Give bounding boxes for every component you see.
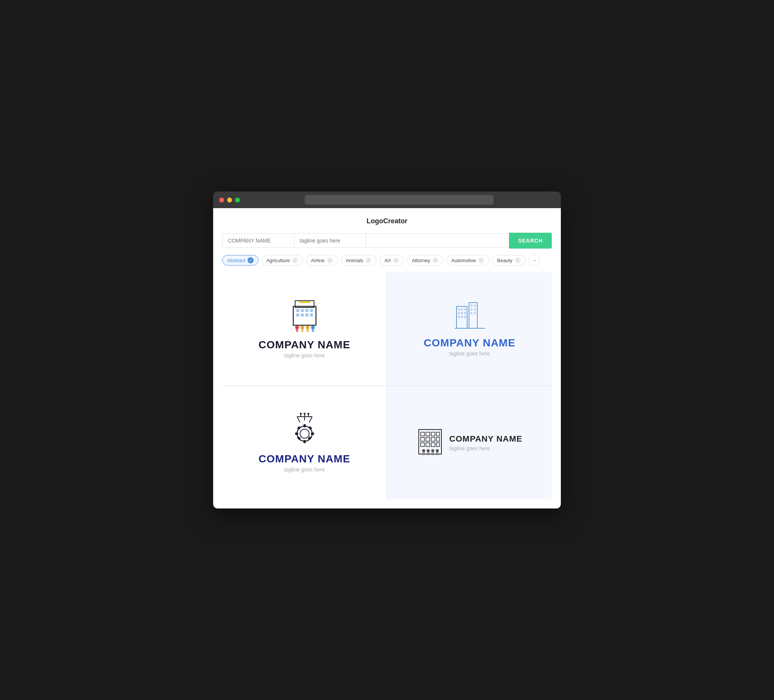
svg-rect-29 <box>464 316 466 318</box>
logo-icon-4 <box>417 428 443 458</box>
filter-agriculture[interactable]: Agriculture ✓ <box>261 255 303 266</box>
svg-rect-60 <box>431 432 435 436</box>
logo-card-2[interactable]: COMPANY NAME tagline goes here <box>387 272 552 385</box>
svg-point-38 <box>300 429 309 438</box>
filter-label-beauty: Beauty <box>497 258 512 263</box>
svg-rect-16 <box>301 329 303 332</box>
svg-point-13 <box>306 326 309 329</box>
close-button[interactable] <box>219 198 224 203</box>
svg-rect-4 <box>305 309 308 312</box>
filter-label-automotive: Automotive <box>451 258 476 263</box>
logo-icon-3 <box>288 413 322 447</box>
maximize-button[interactable] <box>235 198 240 203</box>
logo-card-4[interactable]: COMPANY NAME tagline goes here <box>387 386 552 499</box>
filter-check-animals: ✓ <box>366 257 372 263</box>
svg-rect-46 <box>308 426 312 430</box>
svg-rect-39 <box>303 424 306 427</box>
svg-rect-21 <box>458 308 460 310</box>
filter-label-agriculture: Agriculture <box>266 258 290 263</box>
svg-rect-10 <box>299 302 310 303</box>
logo-4-company-name: COMPANY NAME <box>449 434 522 444</box>
svg-rect-59 <box>426 432 430 436</box>
svg-rect-3 <box>301 309 304 312</box>
svg-rect-5 <box>310 309 313 312</box>
filter-airline[interactable]: Airline ✓ <box>306 255 338 266</box>
logo-card-3[interactable]: COMPANY NAME tagline goes here <box>222 386 387 499</box>
logo-1-company-name: COMPANY NAME <box>258 339 351 351</box>
extra-input[interactable] <box>366 233 509 248</box>
minimize-button[interactable] <box>227 198 232 203</box>
svg-rect-28 <box>461 316 463 318</box>
svg-point-55 <box>303 413 305 415</box>
filter-label-attorney: Attorney <box>412 258 430 263</box>
search-button[interactable]: SEARCH <box>509 233 552 249</box>
svg-rect-68 <box>431 443 435 447</box>
logo-1-tagline: tagline goes here <box>284 352 325 358</box>
svg-rect-42 <box>311 433 314 435</box>
svg-rect-31 <box>474 304 476 307</box>
url-bar[interactable] <box>304 195 494 205</box>
logo-3-tagline: tagline goes here <box>284 467 325 472</box>
tagline-input[interactable] <box>294 233 366 248</box>
svg-rect-20 <box>469 302 477 328</box>
svg-line-49 <box>309 417 312 423</box>
logo-2-company-name: COMPANY NAME <box>423 337 516 349</box>
svg-rect-69 <box>437 443 440 447</box>
svg-point-14 <box>311 326 315 329</box>
svg-rect-64 <box>431 438 435 441</box>
svg-rect-15 <box>296 329 298 332</box>
svg-rect-26 <box>464 312 466 314</box>
filter-label-airline: Airline <box>311 258 325 263</box>
svg-point-56 <box>307 413 309 415</box>
filter-check-airline: ✓ <box>327 257 333 263</box>
filter-automotive[interactable]: Automotive ✓ <box>447 255 489 266</box>
filter-check-beauty: ✓ <box>515 257 521 263</box>
svg-rect-32 <box>471 308 472 310</box>
svg-rect-6 <box>296 314 299 317</box>
filter-next-button[interactable]: → <box>529 254 540 266</box>
logo-4-text-group: COMPANY NAME tagline goes here <box>449 434 522 451</box>
svg-rect-61 <box>437 432 440 436</box>
filter-abstract[interactable]: Abstract ✓ <box>222 255 258 266</box>
svg-rect-9 <box>310 314 313 317</box>
svg-rect-77 <box>436 452 439 455</box>
svg-rect-22 <box>461 308 463 310</box>
logo-grid: COMPANY NAME tagline goes here <box>222 272 552 499</box>
svg-rect-66 <box>421 443 424 447</box>
filter-check-abstract: ✓ <box>248 257 254 263</box>
filter-check-automotive: ✓ <box>478 257 484 263</box>
svg-rect-76 <box>431 452 434 455</box>
logo-card-1[interactable]: COMPANY NAME tagline goes here <box>222 272 387 385</box>
titlebar <box>213 192 561 208</box>
svg-rect-40 <box>303 440 306 443</box>
svg-point-73 <box>436 449 439 452</box>
svg-rect-34 <box>471 312 472 314</box>
svg-rect-18 <box>312 329 314 332</box>
svg-rect-27 <box>458 316 460 318</box>
svg-rect-17 <box>306 329 309 332</box>
svg-point-54 <box>300 413 302 415</box>
filter-label-animals: Animals <box>346 258 363 263</box>
svg-rect-33 <box>474 308 476 310</box>
svg-rect-8 <box>305 314 308 317</box>
filter-check-art: ✓ <box>393 257 399 263</box>
svg-rect-65 <box>437 438 440 441</box>
filter-animals[interactable]: Animals ✓ <box>341 255 376 266</box>
svg-rect-74 <box>422 452 425 455</box>
svg-rect-58 <box>421 432 424 436</box>
company-name-input[interactable] <box>222 233 294 248</box>
app-content: LogoCreator SEARCH Abstract ✓Agriculture… <box>213 208 561 508</box>
filter-check-agriculture: ✓ <box>292 257 298 263</box>
svg-point-71 <box>427 449 430 452</box>
filter-attorney[interactable]: Attorney ✓ <box>407 255 443 266</box>
svg-rect-35 <box>474 312 476 314</box>
logo-icon-2 <box>455 301 485 331</box>
filter-art[interactable]: Art ✓ <box>379 255 404 266</box>
filter-label-abstract: Abstract <box>227 258 245 263</box>
app-title: LogoCreator <box>222 217 552 225</box>
filter-beauty[interactable]: Beauty ✓ <box>492 255 525 266</box>
svg-rect-7 <box>301 314 304 317</box>
logo-4-tagline: tagline goes here <box>449 446 522 451</box>
svg-rect-62 <box>421 438 424 441</box>
svg-rect-41 <box>295 433 298 435</box>
